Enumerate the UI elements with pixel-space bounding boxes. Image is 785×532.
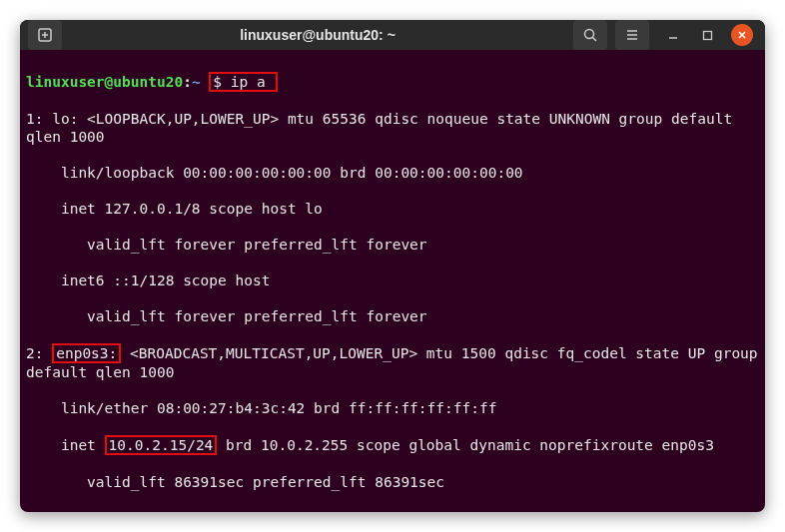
interface-name: enp0s3: xyxy=(56,345,117,361)
new-tab-icon xyxy=(37,27,53,43)
prompt-user: linuxuser@ubuntu20 xyxy=(26,74,183,90)
prompt-path: ~ xyxy=(192,74,201,90)
output-text: brd 10.0.2.255 scope global dynamic nopr… xyxy=(217,437,714,453)
titlebar: linuxuser@ubuntu20: ~ xyxy=(20,20,765,50)
svg-rect-9 xyxy=(703,31,711,39)
output-text: 2: xyxy=(26,345,52,361)
close-button[interactable] xyxy=(731,24,753,46)
highlight-command: $ ip a xyxy=(209,72,278,92)
window-controls xyxy=(663,24,753,46)
search-icon xyxy=(582,27,598,43)
menu-button[interactable] xyxy=(615,20,649,50)
command-text: $ ip a xyxy=(213,74,274,90)
new-tab-button[interactable] xyxy=(28,20,62,50)
output-line: valid_lft forever preferred_lft forever xyxy=(26,307,759,325)
output-line: inet6 fe80::da11:7ad8:867c:73bd/64 scope… xyxy=(26,509,759,512)
terminal-content[interactable]: linuxuser@ubuntu20:~ $ ip a 1: lo: <LOOP… xyxy=(20,50,765,512)
output-line: link/loopback 00:00:00:00:00:00 brd 00:0… xyxy=(26,164,759,182)
output-line: valid_lft 86391sec preferred_lft 86391se… xyxy=(26,473,759,491)
minimize-icon xyxy=(667,29,679,41)
output-text: inet xyxy=(26,437,105,453)
output-line: link/ether 08:00:27:b4:3c:42 brd ff:ff:f… xyxy=(26,399,759,417)
ip-address: 10.0.2.15/24 xyxy=(109,437,214,453)
output-line: valid_lft forever preferred_lft forever xyxy=(26,236,759,254)
hamburger-icon xyxy=(624,27,640,43)
terminal-window: linuxuser@ubuntu20: ~ linuxuser@ubuntu20… xyxy=(20,20,765,512)
prompt-colon: : xyxy=(183,74,192,90)
window-title: linuxuser@ubuntu20: ~ xyxy=(70,27,565,43)
highlight-interface: enp0s3: xyxy=(52,343,121,363)
minimize-button[interactable] xyxy=(663,25,683,45)
highlight-ip: 10.0.2.15/24 xyxy=(105,435,218,455)
svg-line-4 xyxy=(593,38,597,42)
maximize-button[interactable] xyxy=(697,25,717,45)
output-line: inet6 ::1/128 scope host xyxy=(26,271,759,289)
output-line: inet 127.0.0.1/8 scope host lo xyxy=(26,200,759,218)
close-icon xyxy=(737,30,747,40)
output-text: <BROADCAST,MULTICAST,UP,LOWER_UP> mtu 15… xyxy=(26,345,765,380)
output-line: 1: lo: <LOOPBACK,UP,LOWER_UP> mtu 65536 … xyxy=(26,110,759,146)
maximize-icon xyxy=(702,30,713,41)
svg-point-3 xyxy=(585,30,594,39)
search-button[interactable] xyxy=(573,20,607,50)
